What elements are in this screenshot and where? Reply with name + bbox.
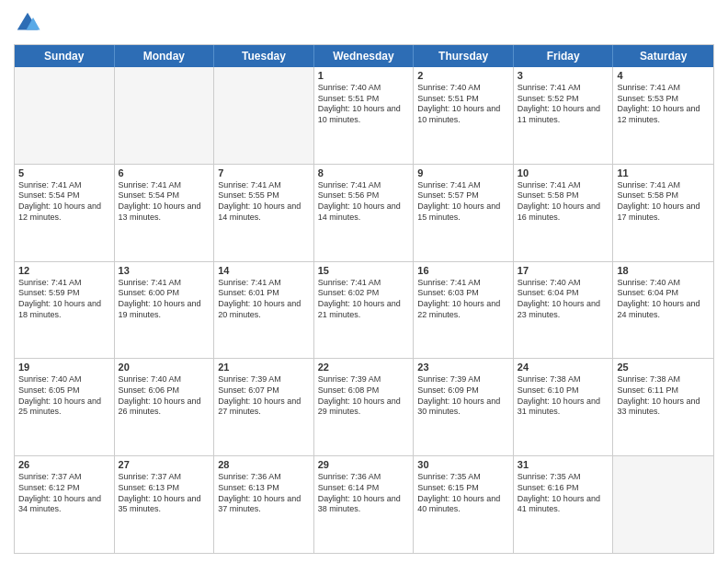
day-cell-13: 13Sunrise: 7:41 AM Sunset: 6:00 PM Dayli… (115, 262, 215, 359)
weekday-header-monday: Monday (115, 45, 215, 67)
day-info: Sunrise: 7:41 AM Sunset: 6:00 PM Dayligh… (119, 278, 210, 321)
day-number: 24 (518, 362, 609, 373)
empty-cell (214, 67, 314, 164)
day-number: 22 (318, 362, 410, 373)
day-info: Sunrise: 7:36 AM Sunset: 6:13 PM Dayligh… (218, 472, 310, 515)
day-cell-27: 27Sunrise: 7:37 AM Sunset: 6:13 PM Dayli… (115, 456, 215, 553)
day-cell-7: 7Sunrise: 7:41 AM Sunset: 5:55 PM Daylig… (214, 165, 314, 261)
day-info: Sunrise: 7:37 AM Sunset: 6:13 PM Dayligh… (119, 472, 210, 515)
day-number: 25 (617, 362, 710, 373)
day-cell-30: 30Sunrise: 7:35 AM Sunset: 6:15 PM Dayli… (414, 456, 514, 553)
day-number: 20 (119, 362, 210, 373)
day-cell-22: 22Sunrise: 7:39 AM Sunset: 6:08 PM Dayli… (314, 359, 415, 455)
day-number: 29 (318, 459, 410, 470)
day-number: 9 (417, 167, 509, 178)
day-cell-20: 20Sunrise: 7:40 AM Sunset: 6:06 PM Dayli… (115, 359, 215, 455)
day-cell-18: 18Sunrise: 7:40 AM Sunset: 6:04 PM Dayli… (613, 262, 713, 359)
day-number: 19 (18, 362, 110, 373)
day-info: Sunrise: 7:40 AM Sunset: 6:05 PM Dayligh… (18, 374, 110, 418)
day-number: 5 (18, 167, 110, 178)
day-info: Sunrise: 7:40 AM Sunset: 5:51 PM Dayligh… (318, 83, 410, 126)
day-info: Sunrise: 7:41 AM Sunset: 5:57 PM Dayligh… (417, 180, 509, 224)
day-info: Sunrise: 7:40 AM Sunset: 6:06 PM Dayligh… (119, 374, 210, 418)
day-cell-9: 9Sunrise: 7:41 AM Sunset: 5:57 PM Daylig… (414, 165, 514, 261)
day-number: 27 (119, 459, 210, 470)
day-info: Sunrise: 7:36 AM Sunset: 6:14 PM Dayligh… (318, 472, 410, 515)
day-number: 12 (18, 265, 110, 276)
day-number: 26 (18, 459, 110, 470)
day-info: Sunrise: 7:37 AM Sunset: 6:12 PM Dayligh… (18, 472, 110, 515)
day-cell-29: 29Sunrise: 7:36 AM Sunset: 6:14 PM Dayli… (314, 456, 415, 553)
day-info: Sunrise: 7:41 AM Sunset: 5:54 PM Dayligh… (119, 180, 210, 224)
day-number: 23 (417, 362, 509, 373)
day-number: 7 (218, 167, 310, 178)
empty-cell (613, 456, 713, 553)
day-info: Sunrise: 7:38 AM Sunset: 6:11 PM Dayligh… (617, 374, 710, 418)
day-cell-15: 15Sunrise: 7:41 AM Sunset: 6:02 PM Dayli… (314, 262, 415, 359)
day-info: Sunrise: 7:39 AM Sunset: 6:07 PM Dayligh… (218, 374, 310, 418)
day-number: 2 (417, 70, 509, 81)
day-number: 18 (617, 265, 710, 276)
calendar-row-3: 12Sunrise: 7:41 AM Sunset: 5:59 PM Dayli… (15, 261, 713, 359)
calendar-body: 1Sunrise: 7:40 AM Sunset: 5:51 PM Daylig… (15, 67, 713, 553)
day-number: 30 (417, 459, 509, 470)
day-number: 4 (617, 70, 710, 81)
weekday-header-friday: Friday (514, 45, 614, 67)
day-info: Sunrise: 7:41 AM Sunset: 5:58 PM Dayligh… (617, 180, 710, 224)
day-number: 31 (518, 459, 609, 470)
logo-icon (14, 9, 41, 37)
day-number: 16 (417, 265, 509, 276)
day-cell-23: 23Sunrise: 7:39 AM Sunset: 6:09 PM Dayli… (414, 359, 514, 455)
calendar-row-1: 1Sunrise: 7:40 AM Sunset: 5:51 PM Daylig… (15, 67, 713, 164)
day-cell-24: 24Sunrise: 7:38 AM Sunset: 6:10 PM Dayli… (514, 359, 614, 455)
day-info: Sunrise: 7:41 AM Sunset: 6:03 PM Dayligh… (417, 278, 509, 321)
day-cell-1: 1Sunrise: 7:40 AM Sunset: 5:51 PM Daylig… (314, 67, 415, 164)
day-cell-17: 17Sunrise: 7:40 AM Sunset: 6:04 PM Dayli… (514, 262, 614, 359)
day-info: Sunrise: 7:40 AM Sunset: 5:51 PM Dayligh… (417, 83, 509, 126)
day-info: Sunrise: 7:41 AM Sunset: 5:53 PM Dayligh… (617, 83, 710, 126)
day-number: 28 (218, 459, 310, 470)
weekday-header-sunday: Sunday (15, 45, 115, 67)
header (14, 9, 714, 37)
day-number: 6 (119, 167, 210, 178)
day-cell-12: 12Sunrise: 7:41 AM Sunset: 5:59 PM Dayli… (15, 262, 115, 359)
page: SundayMondayTuesdayWednesdayThursdayFrid… (0, 0, 728, 563)
day-info: Sunrise: 7:41 AM Sunset: 5:54 PM Dayligh… (18, 180, 110, 224)
day-info: Sunrise: 7:41 AM Sunset: 5:58 PM Dayligh… (518, 180, 609, 224)
calendar-row-4: 19Sunrise: 7:40 AM Sunset: 6:05 PM Dayli… (15, 358, 713, 455)
day-cell-5: 5Sunrise: 7:41 AM Sunset: 5:54 PM Daylig… (15, 165, 115, 261)
weekday-header-wednesday: Wednesday (314, 45, 415, 67)
day-number: 3 (518, 70, 609, 81)
day-info: Sunrise: 7:35 AM Sunset: 6:16 PM Dayligh… (518, 472, 609, 515)
day-number: 14 (218, 265, 310, 276)
day-info: Sunrise: 7:41 AM Sunset: 5:56 PM Dayligh… (318, 180, 410, 224)
calendar-row-2: 5Sunrise: 7:41 AM Sunset: 5:54 PM Daylig… (15, 164, 713, 261)
day-info: Sunrise: 7:40 AM Sunset: 6:04 PM Dayligh… (518, 278, 609, 321)
day-cell-25: 25Sunrise: 7:38 AM Sunset: 6:11 PM Dayli… (613, 359, 713, 455)
calendar-row-5: 26Sunrise: 7:37 AM Sunset: 6:12 PM Dayli… (15, 455, 713, 553)
day-number: 8 (318, 167, 410, 178)
day-number: 13 (119, 265, 210, 276)
day-cell-8: 8Sunrise: 7:41 AM Sunset: 5:56 PM Daylig… (314, 165, 415, 261)
day-info: Sunrise: 7:35 AM Sunset: 6:15 PM Dayligh… (417, 472, 509, 515)
weekday-header-saturday: Saturday (613, 45, 713, 67)
day-cell-26: 26Sunrise: 7:37 AM Sunset: 6:12 PM Dayli… (15, 456, 115, 553)
day-cell-21: 21Sunrise: 7:39 AM Sunset: 6:07 PM Dayli… (214, 359, 314, 455)
day-number: 21 (218, 362, 310, 373)
calendar: SundayMondayTuesdayWednesdayThursdayFrid… (14, 44, 714, 554)
day-info: Sunrise: 7:41 AM Sunset: 5:59 PM Dayligh… (18, 278, 110, 321)
day-cell-16: 16Sunrise: 7:41 AM Sunset: 6:03 PM Dayli… (414, 262, 514, 359)
weekday-header-tuesday: Tuesday (214, 45, 314, 67)
day-info: Sunrise: 7:39 AM Sunset: 6:09 PM Dayligh… (417, 374, 509, 418)
day-info: Sunrise: 7:41 AM Sunset: 5:52 PM Dayligh… (518, 83, 609, 126)
day-cell-3: 3Sunrise: 7:41 AM Sunset: 5:52 PM Daylig… (514, 67, 614, 164)
day-info: Sunrise: 7:41 AM Sunset: 5:55 PM Dayligh… (218, 180, 310, 224)
day-info: Sunrise: 7:38 AM Sunset: 6:10 PM Dayligh… (518, 374, 609, 418)
empty-cell (15, 67, 115, 164)
day-info: Sunrise: 7:41 AM Sunset: 6:01 PM Dayligh… (218, 278, 310, 321)
day-info: Sunrise: 7:41 AM Sunset: 6:02 PM Dayligh… (318, 278, 410, 321)
day-number: 10 (518, 167, 609, 178)
day-info: Sunrise: 7:40 AM Sunset: 6:04 PM Dayligh… (617, 278, 710, 321)
day-cell-14: 14Sunrise: 7:41 AM Sunset: 6:01 PM Dayli… (214, 262, 314, 359)
day-cell-6: 6Sunrise: 7:41 AM Sunset: 5:54 PM Daylig… (115, 165, 215, 261)
